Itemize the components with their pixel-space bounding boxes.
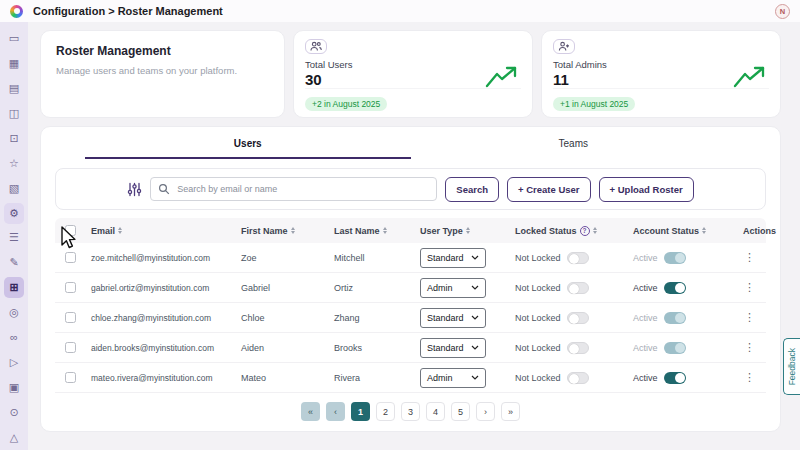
stat-delta-badge: +2 in August 2025	[305, 97, 387, 111]
sidebar: ▭ ▦ ▤ ◫ ⊡ ☆ ▧ ⚙ ☰ ✎ ⊞ ◎ ∞ ▷ ▣ ⊙ △	[0, 22, 28, 450]
col-last-name: Last Name	[334, 226, 380, 236]
page-button-1[interactable]: 1	[351, 402, 370, 421]
locked-toggle[interactable]	[567, 282, 589, 294]
sidebar-item-favorites[interactable]: ☆	[4, 151, 24, 176]
page-title: Roster Management	[56, 44, 269, 58]
trend-up-icon	[484, 65, 520, 90]
locked-toggle[interactable]	[567, 312, 589, 324]
select-all-checkbox[interactable]	[65, 225, 76, 236]
sidebar-item-search[interactable]: ⊙	[4, 400, 24, 425]
sidebar-item-settings[interactable]: ⚙	[4, 203, 24, 224]
prev-page-button[interactable]: ‹	[326, 402, 345, 421]
sidebar-item-signature[interactable]: ✎	[4, 250, 24, 275]
chevron-down-icon	[471, 315, 479, 320]
sort-icon[interactable]	[291, 227, 295, 235]
table-row: zoe.mitchell@myinstitution.com Zoe Mitch…	[55, 243, 766, 273]
account-status-toggle[interactable]	[664, 312, 686, 324]
locked-toggle[interactable]	[567, 372, 589, 384]
kebab-menu-icon[interactable]: ⋮	[744, 341, 755, 354]
user-type-select[interactable]: Admin	[420, 368, 486, 388]
cell-account-status: Active	[633, 343, 658, 353]
last-page-button[interactable]: »	[501, 402, 520, 421]
window-icon: ▭	[9, 33, 19, 44]
user-type-select[interactable]: Standard	[420, 338, 486, 358]
main-content: Roster Management Manage users and teams…	[28, 22, 800, 450]
row-checkbox[interactable]	[65, 252, 76, 263]
row-checkbox[interactable]	[65, 312, 76, 323]
banner-icon: ▧	[9, 183, 19, 194]
cell-account-status: Active	[633, 373, 658, 383]
tab-teams[interactable]: Teams	[411, 127, 737, 159]
row-checkbox[interactable]	[65, 342, 76, 353]
filter-icon[interactable]	[127, 182, 142, 197]
cell-email: zoe.mitchell@myinstitution.com	[91, 253, 241, 263]
roster-grid-icon: ⊞	[9, 282, 18, 293]
roster-panel: Users Teams Search + Create User +	[40, 126, 781, 432]
avatar[interactable]: N	[775, 4, 790, 19]
feedback-button[interactable]: Feedback	[783, 338, 800, 395]
user-type-select[interactable]: Standard	[420, 308, 486, 328]
create-user-button[interactable]: + Create User	[507, 177, 591, 202]
locked-toggle[interactable]	[567, 252, 589, 264]
sidebar-item-link[interactable]: ∞	[4, 325, 24, 350]
kebab-menu-icon[interactable]: ⋮	[744, 281, 755, 294]
account-status-toggle[interactable]	[664, 252, 686, 264]
cell-account-status: Active	[633, 253, 658, 263]
cell-email: gabriel.ortiz@myinstitution.com	[91, 283, 241, 293]
user-type-select[interactable]: Standard	[420, 248, 486, 268]
col-first-name: First Name	[241, 226, 288, 236]
sort-icon[interactable]	[118, 227, 122, 235]
locked-toggle[interactable]	[567, 342, 589, 354]
col-user-type: User Type	[420, 226, 463, 236]
kebab-menu-icon[interactable]: ⋮	[744, 371, 755, 384]
first-page-button[interactable]: «	[301, 402, 320, 421]
cell-first-name: Zoe	[241, 253, 334, 263]
page-button-2[interactable]: 2	[376, 402, 395, 421]
row-checkbox[interactable]	[65, 372, 76, 383]
table-header: Email First Name Last Name User Type Loc…	[55, 218, 766, 243]
sort-icon[interactable]	[466, 227, 470, 235]
account-status-toggle[interactable]	[664, 342, 686, 354]
users-table: Email First Name Last Name User Type Loc…	[55, 218, 766, 393]
table-row: aiden.brooks@myinstitution.com Aiden Bro…	[55, 333, 766, 363]
next-page-button[interactable]: ›	[476, 402, 495, 421]
sidebar-item-image[interactable]: ◫	[4, 101, 24, 126]
kebab-menu-icon[interactable]: ⋮	[744, 251, 755, 264]
cell-locked-status: Not Locked	[515, 373, 561, 383]
sort-icon[interactable]	[383, 227, 387, 235]
sidebar-item-calendar[interactable]: ▦	[4, 51, 24, 76]
cell-account-status: Active	[633, 313, 658, 323]
app-logo-icon[interactable]	[10, 5, 23, 18]
gear-icon: ⚙	[9, 208, 19, 219]
cell-first-name: Mateo	[241, 373, 334, 383]
sidebar-item-send[interactable]: ▷	[4, 350, 24, 375]
account-status-toggle[interactable]	[664, 372, 686, 384]
search-input[interactable]	[150, 177, 437, 201]
sidebar-item-share[interactable]: △	[4, 425, 24, 450]
account-status-toggle[interactable]	[664, 282, 686, 294]
search-button[interactable]: Search	[445, 177, 499, 202]
sort-icon[interactable]	[702, 227, 706, 235]
sidebar-item-id-card[interactable]: ▣	[4, 375, 24, 400]
kebab-menu-icon[interactable]: ⋮	[744, 311, 755, 324]
sidebar-item-sliders[interactable]: ☰	[4, 226, 24, 251]
sort-icon[interactable]	[593, 227, 597, 235]
sidebar-item-roster[interactable]: ⊞	[4, 277, 24, 298]
page-button-4[interactable]: 4	[426, 402, 445, 421]
help-icon[interactable]: ?	[580, 226, 590, 236]
sidebar-item-banner[interactable]: ▧	[4, 176, 24, 201]
row-checkbox[interactable]	[65, 282, 76, 293]
chevron-down-icon	[471, 375, 479, 380]
share-icon: △	[10, 432, 18, 443]
user-type-select[interactable]: Admin	[420, 278, 486, 298]
sidebar-item-journal[interactable]: ▤	[4, 76, 24, 101]
tab-users[interactable]: Users	[85, 127, 411, 159]
cell-locked-status: Not Locked	[515, 343, 561, 353]
col-email: Email	[91, 226, 115, 236]
sidebar-item-copies[interactable]: ⊡	[4, 126, 24, 151]
upload-roster-button[interactable]: + Upload Roster	[599, 177, 694, 202]
page-button-3[interactable]: 3	[401, 402, 420, 421]
page-button-5[interactable]: 5	[451, 402, 470, 421]
sidebar-item-window[interactable]: ▭	[4, 26, 24, 51]
sidebar-item-user[interactable]: ◎	[4, 300, 24, 325]
